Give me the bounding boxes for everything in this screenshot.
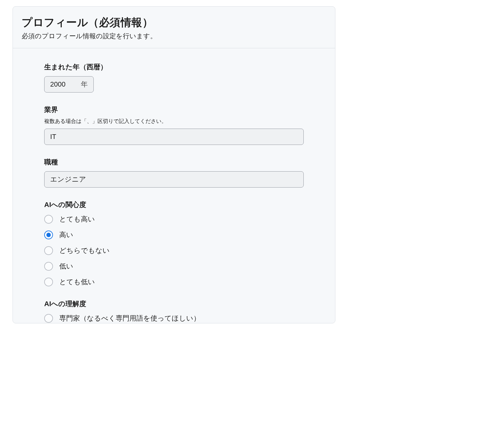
birth-year-input-group: 年 <box>44 76 94 93</box>
ai-interest-label: AIへの関心度 <box>44 200 304 210</box>
ai-interest-group: AIへの関心度 とても高い 高い どちらでもない 低い <box>44 200 304 287</box>
ai-interest-option-very-high[interactable]: とても高い <box>44 215 304 224</box>
industry-label: 業界 <box>44 105 304 114</box>
birth-year-group: 生まれた年（西暦） 年 <box>44 62 304 93</box>
ai-interest-option-very-low[interactable]: とても低い <box>44 277 304 287</box>
page-title: プロフィール（必須情報） <box>22 15 326 30</box>
radio-label: 専門家（なるべく専門用語を使ってほしい） <box>59 314 200 323</box>
ai-interest-radio-group: とても高い 高い どちらでもない 低い とても低い <box>44 215 304 287</box>
ai-understanding-group: AIへの理解度 専門家（なるべく専門用語を使ってほしい） <box>44 299 304 323</box>
radio-label: 高い <box>59 230 73 240</box>
card-body: 生まれた年（西暦） 年 業界 複数ある場合は「、」区切りで記入してください。 職… <box>13 48 335 323</box>
radio-label: とても低い <box>59 277 95 287</box>
ai-interest-option-low[interactable]: 低い <box>44 262 304 271</box>
birth-year-suffix: 年 <box>79 77 93 92</box>
ai-interest-option-high[interactable]: 高い <box>44 230 304 240</box>
radio-label: とても高い <box>59 215 95 224</box>
radio-icon <box>44 262 53 271</box>
radio-icon <box>44 314 53 323</box>
radio-icon <box>44 215 53 224</box>
radio-label: どちらでもない <box>59 246 110 255</box>
radio-icon <box>44 231 53 239</box>
industry-hint: 複数ある場合は「、」区切りで記入してください。 <box>44 118 304 125</box>
page-subtitle: 必須のプロフィール情報の設定を行います。 <box>22 32 326 40</box>
card-header: プロフィール（必須情報） 必須のプロフィール情報の設定を行います。 <box>13 7 335 48</box>
ai-understanding-label: AIへの理解度 <box>44 299 304 309</box>
profile-card: プロフィール（必須情報） 必須のプロフィール情報の設定を行います。 生まれた年（… <box>13 6 335 323</box>
ai-interest-option-neutral[interactable]: どちらでもない <box>44 246 304 255</box>
birth-year-input[interactable] <box>45 77 79 92</box>
occupation-group: 職種 <box>44 157 304 188</box>
occupation-input[interactable] <box>44 171 304 188</box>
radio-icon <box>44 278 53 286</box>
occupation-label: 職種 <box>44 157 304 167</box>
radio-icon <box>44 246 53 255</box>
ai-understanding-option-expert[interactable]: 専門家（なるべく専門用語を使ってほしい） <box>44 314 304 323</box>
ai-understanding-radio-group: 専門家（なるべく専門用語を使ってほしい） <box>44 314 304 323</box>
industry-group: 業界 複数ある場合は「、」区切りで記入してください。 <box>44 105 304 145</box>
radio-label: 低い <box>59 262 73 271</box>
industry-input[interactable] <box>44 129 304 145</box>
birth-year-label: 生まれた年（西暦） <box>44 62 304 72</box>
